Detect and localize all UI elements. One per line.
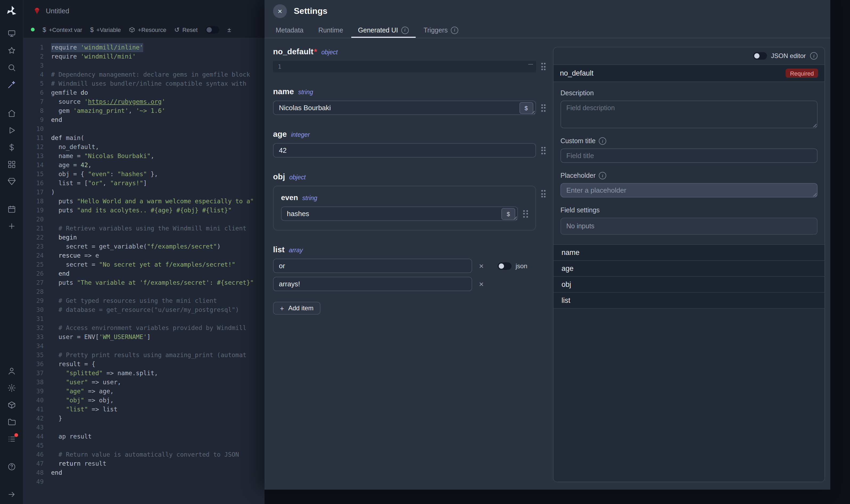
code-line[interactable]: 33 user = ENV['WM_USERNAME'] — [23, 332, 265, 342]
code-line[interactable]: 47 return result — [23, 459, 265, 468]
windmill-logo[interactable] — [5, 5, 18, 18]
drag-handle[interactable] — [541, 104, 545, 111]
reset-button[interactable]: ↺Reset — [174, 26, 198, 33]
code-line[interactable]: 44 ap result — [23, 432, 265, 441]
code-line[interactable]: 6gemfile do — [23, 88, 265, 97]
code-line[interactable]: 24 rescue => e — [23, 251, 265, 260]
code-line[interactable]: 16 list = ["or", "arrays!"] — [23, 179, 265, 188]
code-line[interactable]: 3 — [23, 61, 265, 70]
add-icon[interactable] — [4, 219, 19, 234]
code-line[interactable]: 14 age = 42, — [23, 161, 265, 170]
remove-item-button[interactable]: × — [479, 280, 484, 288]
code-line[interactable]: 28 — [23, 287, 265, 296]
list-icon[interactable] — [4, 432, 19, 447]
code-line[interactable]: 18 puts "Hello World and a warm welcome … — [23, 197, 265, 206]
json-toggle[interactable] — [498, 262, 511, 270]
custom-title-input[interactable] — [560, 148, 817, 163]
code-line[interactable]: 12 no_default, — [23, 143, 265, 152]
help-icon[interactable] — [4, 459, 19, 474]
drag-handle[interactable] — [523, 210, 528, 217]
add-context-var-button[interactable]: $+Context var — [42, 26, 82, 33]
code-line[interactable]: 34 — [23, 342, 265, 351]
code-line[interactable]: 22 begin — [23, 233, 265, 242]
add-variable-button[interactable]: $+Variable — [90, 26, 121, 33]
name-input[interactable] — [273, 101, 536, 115]
code-line[interactable]: 23 secret = get_variable("f/examples/sec… — [23, 242, 265, 251]
remove-item-button[interactable]: × — [479, 262, 484, 270]
package-icon[interactable] — [4, 398, 19, 412]
code-line[interactable]: 26 end — [23, 269, 265, 278]
collapse-icon[interactable]: — — [528, 61, 533, 67]
apps-icon[interactable] — [4, 157, 19, 172]
code-line[interactable]: 25 secret = "No secret yet at f/examples… — [23, 260, 265, 269]
drag-handle[interactable] — [541, 147, 545, 154]
add-item-button[interactable]: + Add item — [273, 302, 321, 314]
list-item-input[interactable] — [273, 259, 472, 273]
code-line[interactable]: 35 # Pretty print results using amazing_… — [23, 351, 265, 360]
code-line[interactable]: 19 puts "and its acolytes.. #{age} #{obj… — [23, 206, 265, 215]
script-title-input[interactable]: Untitled — [46, 7, 205, 15]
user-icon[interactable] — [4, 363, 19, 378]
code-line[interactable]: 37 "splitted" => name.split, — [23, 369, 265, 378]
code-line[interactable]: 15 obj = { "even": "hashes" }, — [23, 170, 265, 179]
diff-toggle[interactable] — [206, 26, 220, 33]
gear-icon[interactable] — [4, 380, 19, 395]
code-line[interactable]: 17) — [23, 188, 265, 197]
code-line[interactable]: 41 "list" => list — [23, 405, 265, 414]
home-icon[interactable] — [4, 106, 19, 121]
code-line[interactable]: 9end — [23, 115, 265, 125]
search-icon[interactable] — [4, 60, 19, 75]
code-line[interactable]: 29 # Get typed resources using the mini … — [23, 296, 265, 305]
code-line[interactable]: 10 — [23, 125, 265, 133]
code-line[interactable]: 45 — [23, 441, 265, 450]
drag-handle[interactable] — [541, 190, 545, 197]
schedules-icon[interactable] — [4, 202, 19, 217]
even-input[interactable] — [281, 206, 518, 221]
code-line[interactable]: 2require 'windmill/mini' — [23, 52, 265, 61]
code-line[interactable]: 46 # Return value is automatically conve… — [23, 450, 265, 459]
magic-wand-icon[interactable] — [4, 77, 19, 92]
code-line[interactable]: 21 # Retrieve variables using the Windmi… — [23, 224, 265, 233]
code-line[interactable]: 32 # Access environment variables provid… — [23, 324, 265, 332]
code-line[interactable]: 20 — [23, 215, 265, 224]
code-line[interactable]: 5# Windmill uses bundler/inline compatib… — [23, 79, 265, 88]
selected-field-row[interactable]: no_default Required — [554, 65, 825, 82]
code-line[interactable]: 30 # database = get_resource("u/user/my_… — [23, 305, 265, 314]
code-line[interactable]: 42 } — [23, 414, 265, 423]
tab-generated-ui[interactable]: Generated UIi — [351, 22, 415, 38]
description-textarea[interactable] — [560, 101, 817, 128]
runs-icon[interactable] — [4, 123, 19, 138]
folder-icon[interactable] — [4, 415, 19, 430]
code-line[interactable]: 38 "user" => user, — [23, 378, 265, 387]
placeholder-input[interactable] — [560, 183, 817, 197]
code-line[interactable]: 8 gem 'amazing_print', '~> 1.6' — [23, 106, 265, 115]
close-button[interactable]: × — [273, 4, 287, 18]
list-item-input[interactable] — [273, 277, 472, 291]
expand-sidebar-icon[interactable] — [4, 487, 19, 502]
json-editor-toggle[interactable] — [753, 52, 767, 60]
age-input[interactable] — [273, 143, 536, 158]
code-lines[interactable]: 1require 'windmill/inline'2require 'wind… — [23, 38, 265, 504]
field-row-list[interactable]: list — [554, 292, 825, 309]
field-row-age[interactable]: age — [554, 260, 825, 276]
add-resource-button[interactable]: +Resource — [129, 26, 166, 33]
code-line[interactable]: 13 name = "Nicolas Bourbaki", — [23, 152, 265, 161]
code-line[interactable]: 43 — [23, 423, 265, 432]
plus-minus-icon[interactable]: ± — [228, 26, 231, 33]
code-line[interactable]: 31 — [23, 314, 265, 324]
code-line[interactable]: 49 — [23, 478, 265, 486]
variables-icon[interactable] — [4, 140, 19, 155]
monitor-icon[interactable] — [4, 26, 19, 41]
code-line[interactable]: 27 puts "The variable at 'f/examples/sec… — [23, 278, 265, 287]
tab-triggers[interactable]: Triggersi — [416, 22, 465, 38]
code-line[interactable]: 11def main( — [23, 133, 265, 143]
code-line[interactable]: 39 "age" => age, — [23, 387, 265, 396]
field-row-name[interactable]: name — [554, 244, 825, 260]
code-line[interactable]: 36 result = { — [23, 360, 265, 369]
variable-picker-button[interactable]: $ — [501, 208, 515, 220]
star-icon[interactable] — [4, 43, 19, 58]
variable-picker-button[interactable]: $ — [519, 102, 533, 114]
code-line[interactable]: 1require 'windmill/inline' — [23, 43, 265, 52]
code-line[interactable]: 4# Dependency management: declare gems i… — [23, 70, 265, 79]
code-line[interactable]: 7 source 'https://rubygems.org' — [23, 97, 265, 106]
